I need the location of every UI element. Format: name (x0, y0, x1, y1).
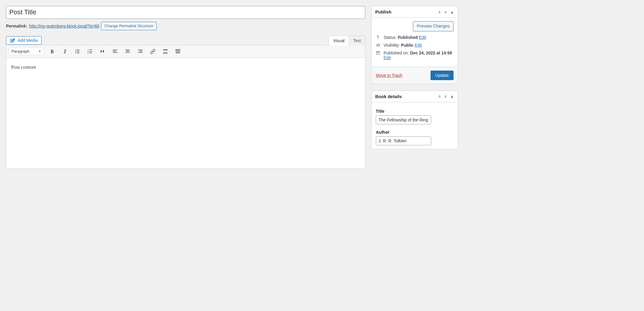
publish-panel-title: Publish (375, 9, 391, 14)
move-to-trash-link[interactable]: Move to Trash (376, 73, 402, 78)
svg-rect-44 (379, 53, 379, 53)
svg-rect-24 (163, 49, 168, 50)
svg-point-1 (11, 40, 13, 42)
panel-move-down-icon[interactable]: ∨ (444, 94, 447, 99)
permalink-label: Permalink: (6, 24, 28, 28)
panel-toggle-icon[interactable]: ▲ (450, 10, 454, 14)
chevron-down-icon: ▼ (38, 50, 41, 53)
svg-rect-16 (113, 52, 117, 53)
svg-point-34 (377, 36, 379, 37)
panel-toggle-icon[interactable]: ▲ (450, 94, 454, 99)
permalink-link[interactable]: http://my-gutenberg-block.local/?p=60 (29, 24, 100, 28)
svg-rect-20 (126, 52, 130, 53)
svg-rect-39 (376, 51, 380, 52)
update-button[interactable]: Update (431, 71, 454, 80)
svg-rect-33 (176, 53, 180, 53)
published-edit-link[interactable]: Edit (384, 55, 391, 60)
toolbar-toggle-button[interactable] (174, 47, 182, 56)
blockquote-button[interactable] (98, 47, 107, 56)
visibility-value: Public (401, 43, 413, 48)
svg-rect-36 (378, 38, 379, 39)
svg-point-3 (75, 51, 76, 52)
numbered-list-button[interactable]: 123 (86, 47, 94, 56)
svg-rect-46 (378, 54, 379, 54)
svg-rect-13 (89, 53, 92, 53)
change-permalink-button[interactable]: Change Permalink Structure (101, 22, 156, 30)
svg-text:3: 3 (88, 52, 88, 54)
book-details-panel-title: Book details (375, 94, 402, 99)
published-label: Published on: (384, 51, 409, 55)
svg-rect-32 (176, 52, 180, 52)
format-selector[interactable]: Paragraph ▼ (9, 48, 44, 55)
bulleted-list-button[interactable] (73, 47, 82, 56)
svg-rect-0 (10, 39, 13, 42)
eye-icon (376, 43, 381, 48)
align-center-button[interactable] (123, 47, 132, 56)
italic-button[interactable] (61, 47, 69, 56)
bold-button[interactable] (48, 47, 57, 56)
publish-panel-header: Publish ∧ ∨ ▲ (372, 6, 458, 18)
align-right-button[interactable] (136, 47, 144, 56)
status-edit-link[interactable]: Edit (419, 35, 426, 40)
svg-rect-41 (379, 51, 379, 52)
permalink-row: Permalink: http://my-gutenberg-block.loc… (6, 22, 365, 30)
book-author-label: Author (376, 130, 454, 135)
svg-rect-25 (163, 51, 168, 52)
svg-rect-12 (89, 51, 92, 52)
svg-point-37 (378, 45, 379, 45)
svg-rect-23 (138, 52, 143, 53)
post-title-input[interactable] (6, 6, 365, 19)
svg-rect-42 (377, 53, 378, 53)
preview-changes-button[interactable]: Preview Changes (413, 21, 454, 31)
svg-rect-40 (377, 51, 377, 52)
svg-rect-11 (89, 49, 92, 50)
svg-rect-5 (77, 50, 80, 50)
svg-rect-31 (179, 50, 179, 50)
add-media-button[interactable]: Add Media (6, 36, 42, 45)
svg-rect-18 (126, 50, 130, 50)
svg-rect-21 (138, 50, 143, 50)
tab-text[interactable]: Text (349, 36, 365, 45)
link-button[interactable] (149, 47, 157, 56)
panel-move-down-icon[interactable]: ∨ (444, 10, 447, 14)
svg-rect-7 (77, 53, 80, 53)
svg-rect-45 (377, 54, 378, 54)
svg-point-2 (75, 49, 76, 50)
svg-rect-22 (140, 51, 143, 51)
svg-rect-28 (176, 50, 177, 50)
book-details-panel-header: Book details ∧ ∨ ▲ (372, 91, 458, 102)
book-details-panel: Book details ∧ ∨ ▲ Title Author (371, 91, 458, 149)
publish-panel: Publish ∧ ∨ ▲ Preview Changes Status: (371, 6, 458, 84)
editor-tabs: Visual Text (329, 36, 365, 45)
svg-rect-14 (113, 50, 117, 50)
calendar-icon (376, 51, 381, 55)
add-media-label: Add Media (18, 38, 38, 43)
camera-music-icon (10, 38, 15, 43)
book-title-input[interactable] (376, 115, 431, 124)
book-author-input[interactable] (376, 136, 431, 145)
editor-container: Paragraph ▼ 123 (6, 45, 365, 169)
svg-rect-29 (177, 50, 178, 50)
svg-rect-19 (126, 51, 129, 51)
svg-rect-15 (113, 51, 116, 51)
visibility-edit-link[interactable]: Edit (415, 43, 422, 48)
editor-toolbar: Paragraph ▼ 123 (6, 45, 365, 58)
svg-rect-43 (378, 53, 379, 53)
format-selector-label: Paragraph (11, 49, 30, 54)
read-more-button[interactable] (161, 47, 170, 56)
svg-point-4 (75, 52, 76, 53)
book-title-label: Title (376, 109, 454, 114)
status-value: Published (398, 35, 418, 40)
panel-move-up-icon[interactable]: ∧ (438, 10, 441, 14)
svg-rect-6 (77, 51, 80, 52)
visibility-label: Visibility: (384, 43, 400, 48)
panel-move-up-icon[interactable]: ∧ (438, 94, 441, 99)
svg-rect-26 (163, 53, 168, 54)
status-label: Status: (384, 35, 397, 40)
key-icon (376, 35, 381, 40)
tab-visual[interactable]: Visual (329, 36, 349, 45)
published-value: Dec 24, 2022 at 14:59 (410, 51, 452, 55)
editor-content[interactable]: Post content (6, 58, 365, 168)
align-left-button[interactable] (111, 47, 119, 56)
svg-rect-30 (178, 50, 178, 50)
